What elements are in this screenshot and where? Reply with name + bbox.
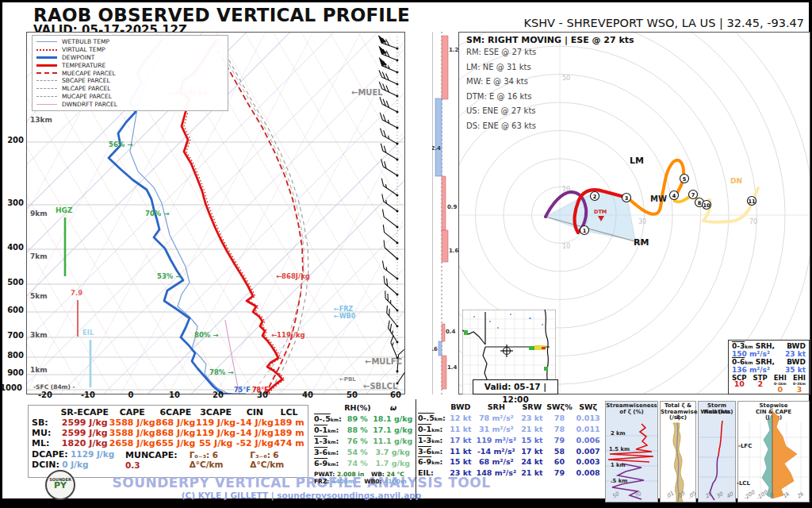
- mw-label: MW: [650, 194, 667, 203]
- total-zeta-plot: Total ζ & Streamwise ζ (/sec) .01 .03 .0…: [660, 401, 696, 502]
- sounderpy-figure: RAOB OBSERVED VERTICAL PROFILE VALID: 05…: [0, 0, 812, 508]
- cape6-annotation: ←868J/kg: [276, 272, 310, 280]
- srh-0-6-value: 136 m²/s²: [732, 366, 770, 374]
- legend-line-virtual: [36, 49, 57, 51]
- rh70-annotation: 70% →: [145, 210, 169, 217]
- dcape-value: 1129 J/kg: [71, 449, 114, 459]
- sm-line: SM: RIGHT MOVING | ESE @ 27 kts: [466, 35, 634, 45]
- omega-bar-down: [439, 341, 442, 356]
- thermo-header: LCL: [274, 407, 304, 418]
- scp-value: 10: [732, 381, 747, 387]
- sblcl-annotation: ←SBLCL: [363, 382, 397, 391]
- hgz-label: HGZ: [56, 206, 72, 214]
- mover-line: DS: ENE @ 63 kts: [466, 119, 634, 134]
- temp-tick: -10: [81, 391, 95, 399]
- lfc-label: -LFC: [738, 443, 752, 449]
- map-valid-label: Valid: 05-17 | 12:00: [473, 379, 558, 394]
- frz-value: 4400m: [331, 478, 354, 485]
- pressure-tick: 400: [2, 243, 24, 252]
- hodo-marker: 5: [680, 175, 689, 183]
- legend-line-sbcape: [36, 80, 57, 81]
- sig-level-label: 7.9: [71, 289, 82, 297]
- hodo-marker: 4: [670, 191, 679, 200]
- bwd-0-3-label: BWD: [787, 342, 806, 350]
- table-row: 0-1km:88 %17.1 g/kg: [314, 424, 414, 435]
- stepwise-cape-plot: Stepwise CIN & CAPE (J/kg) -200 -100 0 1…: [737, 401, 810, 502]
- legend-label: TEMPERATURE: [62, 62, 105, 69]
- legend-line-temperature: [36, 64, 57, 67]
- bwd-0-6-label: BWD: [787, 358, 806, 366]
- legend-label: MUCAPE PARCEL: [62, 93, 112, 100]
- ehi01-header: EHI: [774, 375, 787, 381]
- wb0-value: 4100m: [384, 478, 407, 485]
- table-row: 0-.5km:89 %18.1 g/kg: [314, 413, 414, 424]
- srh-summary-box: 0-3km SRH, BWD 150 m²/s² 23 kt 0-6km SRH…: [728, 340, 810, 394]
- ehi03-value: 3: [793, 387, 806, 392]
- omega-value: 0.4: [446, 329, 456, 335]
- omega-value: 1.2: [449, 47, 458, 53]
- kine-header: SWζ: [574, 402, 602, 413]
- temp-tick: 40: [302, 391, 313, 399]
- ytick: 1 km: [611, 462, 626, 468]
- hodo-marker: 1: [580, 226, 589, 235]
- legend-line-mucape: [36, 96, 57, 97]
- pbl-annotation: ←PBL: [339, 376, 356, 383]
- legend-label: DEWPOINT: [62, 54, 94, 61]
- thermo-header: 3CAPE: [196, 407, 236, 418]
- omega-panel: 1.2 -2.4 0.9 1.6 0.4 -0.6 1.4: [432, 32, 458, 394]
- thermo-header: SR-ECAPE: [60, 407, 109, 418]
- wb-label: WB:: [371, 471, 385, 478]
- rh-header: RH(%): [343, 402, 372, 413]
- frz-annotation: ←FRZ: [334, 306, 353, 313]
- kine-header: BWD: [448, 402, 473, 413]
- sounderpy-logo: SOUNDER PY: [45, 470, 75, 500]
- legend-line-wetbulb: [36, 41, 57, 42]
- mulfc-annotation: ←MULFC: [365, 357, 402, 366]
- srh-0-3-label: 0-3km SRH,: [732, 342, 775, 350]
- legend-label: MLCAPE PARCEL: [62, 85, 111, 92]
- rh78-annotation: 78% →: [209, 368, 233, 376]
- table-row: 1-3km:17 kt119 m²/s²15 kt790.006: [418, 434, 602, 445]
- bwd-0-3-value: 23 kt: [785, 350, 806, 358]
- sfc-dewpoint-label: 75°F: [234, 387, 251, 394]
- legend-line-muecape: [36, 72, 57, 74]
- omega-header: ω: [372, 402, 414, 413]
- height-label: 13km: [30, 116, 52, 124]
- pwat-value: 2.008 in: [337, 471, 364, 478]
- pressure-tick: 300: [2, 198, 24, 207]
- sbcape-parcel-curve: [216, 39, 308, 394]
- dcin-label: DCIN:: [32, 460, 59, 470]
- wb0-label: WB0:: [364, 478, 381, 485]
- table-row: EIL:23 kt148 m²/s²21 kt790.008: [418, 468, 602, 479]
- omega-value: 1.4: [447, 364, 458, 371]
- lapse-rate-3-6-label: Γ₃₋₆:: [250, 450, 270, 460]
- lm-label: LM: [630, 156, 644, 166]
- lapse-rate-0-3-label: Γ₀₋₃:: [190, 450, 210, 460]
- hodo-marker: 10: [703, 201, 711, 210]
- legend-line-mlcape: [36, 88, 57, 89]
- pressure-tick: 600: [2, 306, 24, 314]
- pressure-tick: 500: [2, 278, 24, 287]
- mover-line: MW: E @ 34 kts: [466, 75, 634, 90]
- rh80-annotation: 80% →: [194, 331, 218, 339]
- thermo-header: CIN: [236, 407, 274, 418]
- hodo-marker: 3: [622, 194, 631, 202]
- svg-text:5: 5: [683, 176, 687, 183]
- omega-value: -2.4: [432, 145, 441, 152]
- svg-text:11: 11: [748, 198, 756, 205]
- srw-upper-line: [718, 421, 722, 456]
- svg-text:10: 10: [703, 202, 710, 209]
- ehi01-value: 0: [774, 387, 787, 392]
- temp-tick: 60: [390, 391, 401, 399]
- mover-line: US: ENE @ 27 kts: [466, 104, 634, 119]
- hodo-trace-1-3km: [627, 160, 684, 214]
- omega-bar-up: [442, 356, 446, 389]
- bwd-0-6-value: 35 kt: [785, 366, 806, 374]
- omega-bar-down: [435, 98, 442, 176]
- height-label: 5km: [30, 292, 48, 300]
- legend-label: VIRTUAL TEMP: [62, 46, 105, 53]
- wb0-annotation: ←WB0: [334, 313, 355, 320]
- temp-tick: 20: [213, 391, 224, 399]
- table-row: 1-3km:76 %11.1 g/kg: [314, 435, 414, 446]
- muel-annotation: ←MUEL: [351, 88, 383, 97]
